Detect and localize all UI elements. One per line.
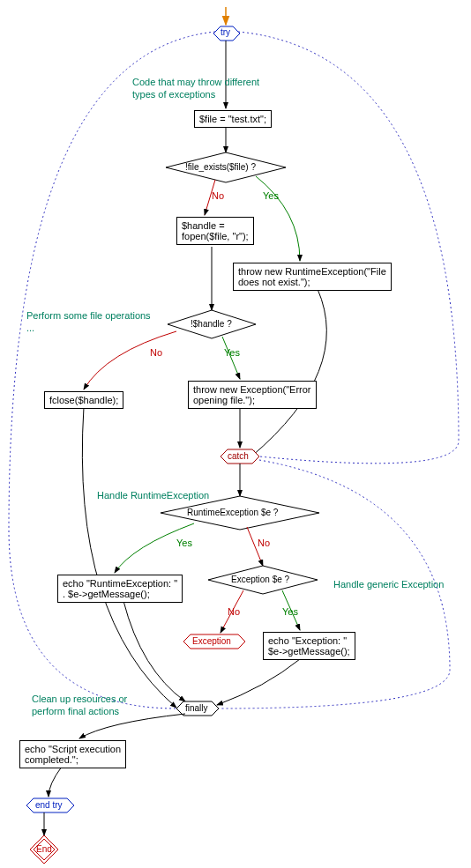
endtry-node: end try xyxy=(35,800,63,810)
try-node: try xyxy=(221,27,230,37)
edge-no-3: No xyxy=(258,538,270,548)
fopen-node: $handle = fopen($file, "r"); xyxy=(176,217,254,245)
edge-no-1: No xyxy=(212,190,224,201)
edge-no-2: No xyxy=(150,347,162,358)
edge-no-4: No xyxy=(228,606,240,617)
decision-handle: !$handle ? xyxy=(191,319,232,329)
flowchart-canvas xyxy=(0,0,471,868)
comment-cleanup: Clean up resources or perform final acti… xyxy=(32,693,127,718)
comment-try-block: Code that may throw different types of e… xyxy=(132,76,259,101)
finally-node: finally xyxy=(185,703,208,713)
echo-exception-node: echo "Exception: " $e->getMessage(); xyxy=(263,632,355,660)
edge-yes-4: Yes xyxy=(282,606,298,617)
throw-exception-node: throw new Exception("Error opening file.… xyxy=(188,381,317,409)
comment-generic: Handle generic Exception xyxy=(333,578,444,590)
echo-runtime-node: echo "RuntimeException: " . $e->getMessa… xyxy=(57,575,183,603)
catch-node: catch xyxy=(228,451,249,461)
fclose-node: fclose($handle); xyxy=(44,391,123,409)
decision-exception-e: Exception $e ? xyxy=(231,575,289,584)
comment-runtime: Handle RuntimeException xyxy=(97,489,209,501)
exception-node: Exception xyxy=(192,636,231,646)
comment-file-ops: Perform some file operations ... xyxy=(26,309,151,335)
edge-yes-3: Yes xyxy=(176,538,192,548)
assign-file-node: $file = "test.txt"; xyxy=(194,110,272,128)
edge-yes-2: Yes xyxy=(224,347,240,358)
edge-yes-1: Yes xyxy=(263,190,279,201)
decision-runtime-e: RuntimeException $e ? xyxy=(187,508,278,517)
echo-completed-node: echo "Script execution completed."; xyxy=(19,740,126,768)
end-node: End xyxy=(36,844,52,854)
throw-runtime-node: throw new RuntimeException("File does no… xyxy=(233,263,392,291)
decision-file-exists: !file_exists($file) ? xyxy=(185,162,256,172)
